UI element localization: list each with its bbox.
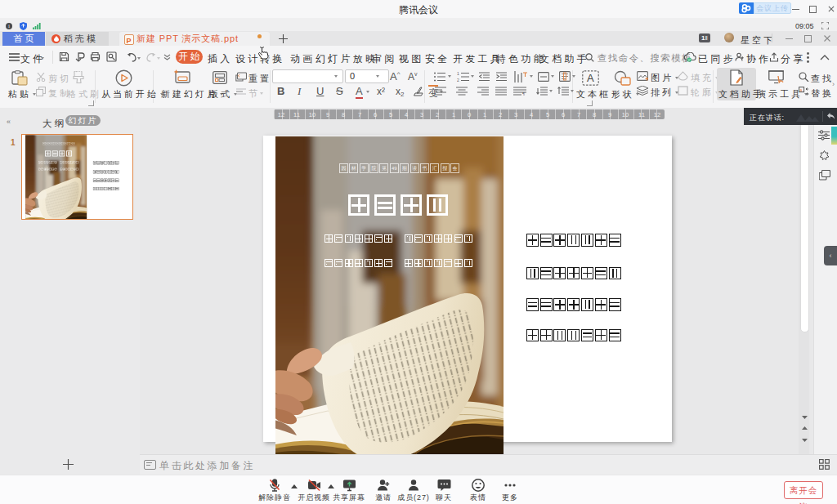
svg-text:1: 1 bbox=[457, 72, 459, 76]
svg-text:a: a bbox=[800, 87, 803, 92]
svg-text:2: 2 bbox=[457, 78, 459, 82]
svg-text:A: A bbox=[587, 72, 594, 84]
svg-text:¶: ¶ bbox=[522, 91, 525, 96]
